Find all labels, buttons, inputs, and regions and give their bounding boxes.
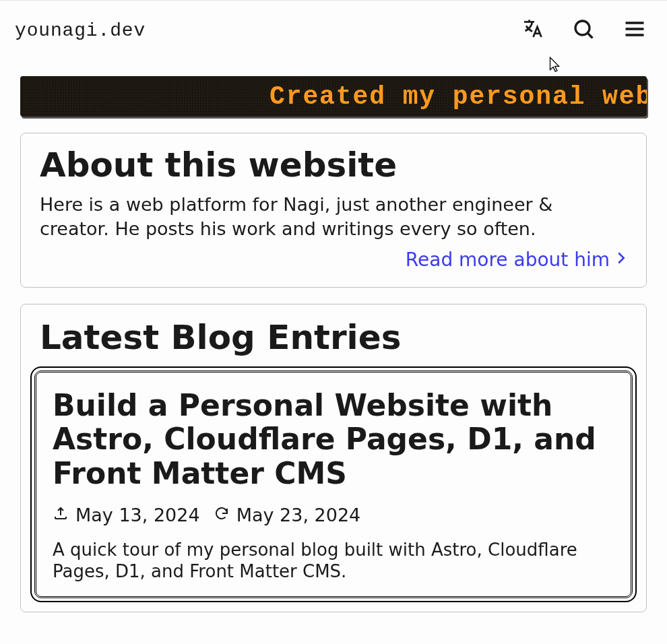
marquee-banner: Created my personal websi	[20, 76, 647, 117]
blog-section: Latest Blog Entries Build a Personal Web…	[20, 304, 647, 612]
blog-entry-excerpt: A quick tour of my personal blog built w…	[53, 539, 614, 583]
about-heading: About this website	[40, 146, 627, 185]
blog-section-heading: Latest Blog Entries	[34, 318, 633, 371]
marquee-text: Created my personal websi	[269, 82, 647, 111]
svg-point-0	[575, 21, 590, 35]
chevron-right-icon	[615, 250, 627, 269]
refresh-icon	[214, 505, 230, 525]
upload-icon	[53, 505, 69, 525]
about-body: Here is a web platform for Nagi, just an…	[40, 193, 627, 242]
search-icon[interactable]	[571, 17, 596, 44]
updated-date-text: May 23, 2024	[236, 505, 361, 525]
nav-icons	[520, 17, 647, 44]
site-header: younagi.dev	[0, 1, 667, 60]
site-logo[interactable]: younagi.dev	[15, 20, 146, 41]
published-date-text: May 13, 2024	[75, 505, 200, 525]
language-icon[interactable]	[520, 17, 544, 44]
published-date: May 13, 2024	[53, 505, 200, 525]
blog-entry[interactable]: Build a Personal Website with Astro, Clo…	[34, 371, 633, 598]
blog-entry-title: Build a Personal Website with Astro, Clo…	[53, 389, 614, 491]
read-more-link[interactable]: Read more about him	[406, 249, 627, 271]
about-card: About this website Here is a web platfor…	[20, 133, 647, 288]
read-more-label: Read more about him	[406, 249, 610, 271]
blog-entry-dates: May 13, 2024 May 23, 2024	[53, 505, 614, 525]
updated-date: May 23, 2024	[214, 505, 361, 525]
read-more-row: Read more about him	[40, 249, 627, 271]
menu-icon[interactable]	[623, 17, 647, 44]
